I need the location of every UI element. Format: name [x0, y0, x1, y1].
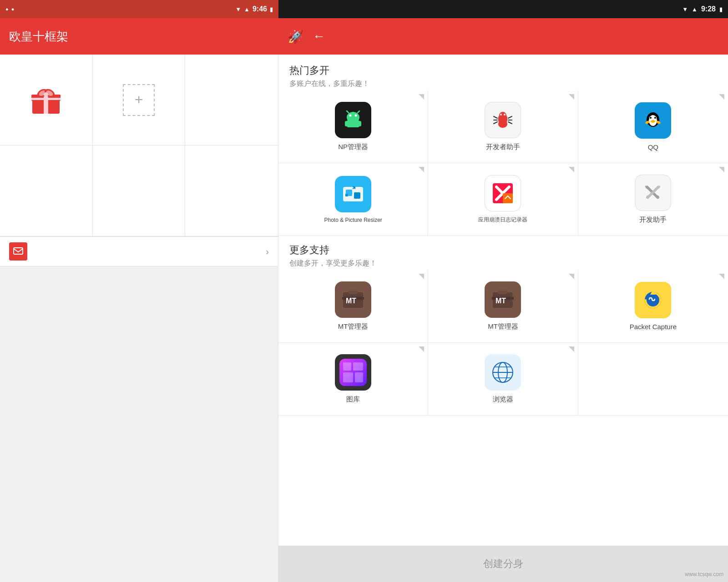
svg-point-37: [651, 120, 655, 123]
corner-arrow-qq: [719, 94, 724, 100]
rocket-icon[interactable]: 🚀: [288, 29, 303, 44]
right-panel: 热门多开 多账户在线，多重乐趣！: [278, 55, 728, 582]
gallery-label: 图库: [346, 395, 360, 404]
mt2-icon: MT: [485, 281, 521, 318]
packet-label: Packet Capture: [630, 323, 677, 331]
svg-point-13: [349, 115, 352, 117]
notification-chevron: ›: [266, 246, 269, 257]
dev-assistant-icon: [485, 102, 521, 138]
svg-point-22: [504, 114, 506, 115]
create-button[interactable]: 创建分身: [483, 557, 523, 571]
left-app-grid: +: [0, 55, 278, 237]
svg-line-23: [494, 116, 497, 118]
right-wifi-icon: ▲: [692, 6, 698, 13]
app-item-mt1[interactable]: MT MT管理器: [278, 270, 428, 343]
app-item-np[interactable]: NP管理器: [278, 90, 428, 163]
right-battery-icon: ▮: [719, 6, 723, 13]
svg-text:MT: MT: [346, 297, 356, 305]
left-app-bar: 欧皇十框架: [0, 18, 278, 55]
back-icon[interactable]: ←: [313, 29, 325, 44]
main-content: + › 热门多开 多账户在线，多重乐趣！: [0, 55, 728, 582]
svg-line-25: [494, 122, 497, 124]
mt1-icon: MT: [335, 281, 371, 318]
app-item-browser[interactable]: 浏览器: [428, 343, 578, 416]
svg-rect-12: [347, 120, 359, 127]
corner-arrow-mt1: [419, 274, 424, 279]
svg-rect-47: [503, 193, 513, 203]
hot-section-title: 热门多开: [289, 64, 717, 77]
app-item-dev-assistant[interactable]: 开发者助手: [428, 90, 578, 163]
add-app-button[interactable]: +: [123, 84, 155, 116]
gift-icon: [28, 82, 64, 118]
crash-label: 应用崩溃日志记录器: [478, 216, 527, 224]
svg-rect-18: [359, 121, 361, 126]
qq-icon-svg: [639, 107, 667, 134]
photo-label: Photo & Picture Resizer: [324, 217, 382, 223]
app-item-mt2[interactable]: MT MT管理器: [428, 270, 578, 343]
app-bars: 欧皇十框架 🚀 ←: [0, 18, 728, 55]
app-item-crash[interactable]: 应用崩溃日志记录器: [428, 163, 578, 236]
corner-arrow-mt2: [569, 274, 574, 279]
packet-icon: [635, 282, 671, 318]
svg-rect-43: [354, 192, 360, 199]
mt2-icon-svg: MT: [489, 286, 516, 313]
mt2-label: MT管理器: [488, 322, 518, 331]
svg-rect-56: [498, 291, 507, 294]
svg-rect-64: [353, 362, 363, 371]
notification-icon: [9, 242, 27, 261]
app-item-photo[interactable]: Photo & Picture Resizer: [278, 163, 428, 236]
browser-icon: [485, 354, 521, 391]
corner-arrow-packet: [719, 274, 724, 279]
left-time-area: ▼ ▲ 9:46 ▮: [235, 5, 273, 13]
bottom-spacer: [278, 416, 728, 546]
photo-icon-svg: [339, 181, 367, 208]
left-panel: + ›: [0, 55, 278, 582]
mt1-icon-svg: MT: [339, 286, 367, 313]
qq-icon: [635, 102, 671, 139]
empty-cell-4: [185, 146, 278, 236]
packet-icon-svg: [639, 286, 667, 314]
corner-arrow-dev-assistant: [569, 94, 574, 100]
hot-section-subtitle: 多账户在线，多重乐趣！: [289, 79, 717, 89]
svg-point-36: [654, 117, 656, 119]
app-item-qq[interactable]: QQ: [578, 90, 728, 163]
svg-line-26: [508, 116, 512, 118]
left-status-icons: ● ●: [5, 6, 14, 12]
svg-rect-63: [343, 362, 351, 371]
more-section-header: 更多支持 创建多开，享受更多乐趣！: [278, 236, 728, 270]
browser-label: 浏览器: [493, 395, 513, 404]
app-item-dev2[interactable]: 开发助手: [578, 163, 728, 236]
corner-arrow-browser: [569, 346, 574, 352]
corner-arrow-np: [419, 94, 424, 100]
svg-rect-51: [349, 291, 358, 294]
add-cell[interactable]: +: [93, 55, 186, 146]
left-wifi-icon: ▲: [244, 6, 250, 13]
corner-arrow-gallery: [419, 346, 424, 352]
status-bars: ● ● ▼ ▲ 9:46 ▮ ▼ ▲ 9:28 ▮: [0, 0, 728, 18]
crash-icon: [485, 175, 521, 211]
gallery-icon: [335, 354, 371, 391]
svg-rect-17: [345, 121, 348, 126]
corner-arrow-dev2: [719, 167, 724, 172]
svg-line-28: [508, 122, 512, 124]
notification-bar[interactable]: ›: [0, 237, 278, 266]
app-item-gallery[interactable]: 图库: [278, 343, 428, 416]
gift-cell[interactable]: [0, 55, 93, 146]
more-apps-grid: MT MT管理器 MT MT管理器: [278, 270, 728, 416]
left-signal-icon: ▼: [235, 6, 241, 13]
left-status-bar: ● ● ▼ ▲ 9:46 ▮: [0, 0, 278, 18]
svg-rect-3: [31, 98, 61, 100]
browser-icon-svg: [489, 359, 516, 386]
app-item-packet[interactable]: Packet Capture: [578, 270, 728, 343]
svg-rect-65: [343, 372, 353, 382]
empty-cell-2: [0, 146, 93, 236]
bug-icon-svg: [489, 106, 516, 134]
qq-label: QQ: [648, 143, 658, 151]
dev2-icon-svg: [639, 179, 667, 206]
mt1-label: MT管理器: [338, 322, 369, 331]
dev-assistant-label: 开发者助手: [486, 143, 520, 151]
right-signal-icon: ▼: [682, 6, 688, 13]
notification-dot: ●: [5, 6, 9, 12]
svg-point-35: [650, 117, 652, 119]
corner-arrow-photo: [419, 167, 424, 172]
